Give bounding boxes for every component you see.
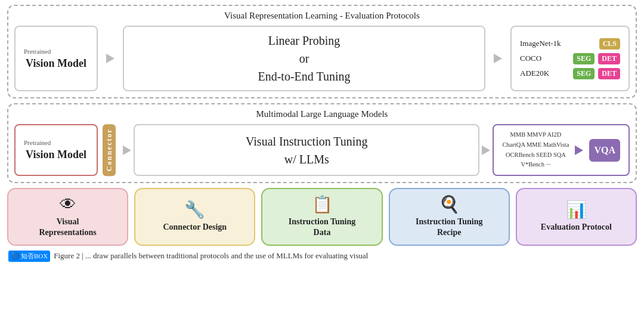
top-section: Visual Representation Learning - Evaluat… — [7, 5, 637, 98]
probing-line2: or — [299, 52, 309, 65]
vqa-bench-line4: V*Bench ··· — [502, 160, 569, 170]
data-icon: 📋 — [312, 196, 333, 213]
card-instruction-tuning-recipe[interactable]: 🍳 Instruction TuningRecipe — [389, 188, 510, 245]
zhihu-text: 知否BOX — [21, 252, 48, 261]
vqa-bench-line1: MMB MMVP AI2D — [502, 130, 569, 140]
middle-vision-model-text: Vision Model — [24, 149, 88, 161]
middle-arrow1 — [120, 124, 134, 176]
footer: 🔵 知否BOX Figure 2 | ... draw parallels be… — [7, 251, 637, 262]
bottom-cards: 👁 VisualRepresentations 🔧 Connector Desi… — [7, 188, 637, 245]
top-row: Pretrained Vision Model Linear Probing o… — [14, 26, 630, 91]
footer-logo-area: 🔵 知否BOX — [8, 251, 50, 262]
top-arrow2 — [491, 26, 504, 91]
card-instruction-tuning-data[interactable]: 📋 Instruction TuningData — [261, 188, 382, 245]
eye-icon: 👁 — [60, 196, 76, 213]
probing-line3: End-to-End Tuning — [258, 70, 350, 83]
footer-prefix: Figure 2 | ... — [54, 251, 93, 260]
card-eval-label: Evaluation Protocol — [541, 222, 612, 233]
card-data-label: Instruction TuningData — [289, 217, 355, 238]
middle-section-title: Multimodal Large Language Models — [14, 109, 630, 119]
vqa-bench-line2: ChartQA MME MathVista — [502, 140, 569, 150]
vqa-box: MMB MMVP AI2D ChartQA MME MathVista OCRB… — [493, 124, 630, 176]
middle-arrow2 — [479, 124, 493, 176]
middle-row: Pretrained Vision Model Connector Visual… — [14, 124, 630, 176]
footer-text: Figure 2 | ... draw parallels between tr… — [54, 251, 368, 261]
top-vision-model-text: Vision Model — [24, 57, 88, 70]
connector-box: Connector — [103, 124, 116, 176]
probing-text: Linear Probing or End-to-End Tuning — [258, 32, 350, 85]
instruction-text: Visual Instruction Tuning w/ LLMs — [246, 132, 367, 168]
instruction-line1: Visual Instruction Tuning — [246, 135, 367, 148]
vqa-arrow — [575, 146, 583, 155]
eval-row-0: ImageNet-1k CLS — [520, 38, 620, 50]
instruction-line2: w/ LLMs — [284, 153, 329, 166]
top-arrow1 — [104, 26, 117, 91]
probing-box: Linear Probing or End-to-End Tuning — [123, 26, 485, 91]
eval-dataset-1: COCO — [520, 54, 569, 63]
instruction-box: Visual Instruction Tuning w/ LLMs — [134, 124, 479, 176]
eval-row-2: ADE20K SEG DET — [520, 68, 620, 79]
badge-seg-ade: SEG — [573, 68, 595, 79]
card-connector-design[interactable]: 🔧 Connector Design — [134, 188, 255, 245]
probing-line1: Linear Probing — [268, 34, 340, 47]
badge-cls: CLS — [599, 38, 620, 50]
badge-seg-coco: SEG — [573, 53, 595, 64]
eval-dataset-0: ImageNet-1k — [520, 39, 596, 48]
eval-row-1: COCO SEG DET — [520, 53, 620, 64]
card-visual-representations[interactable]: 👁 VisualRepresentations — [7, 188, 128, 245]
badge-det-coco: DET — [598, 53, 620, 64]
card-connector-label: Connector Design — [163, 222, 227, 233]
eval-icon: 📊 — [566, 202, 587, 218]
middle-section: Multimodal Large Language Models Pretrai… — [7, 103, 637, 183]
zhihu-icon: 🔵 — [11, 252, 20, 261]
footer-main-text: draw parallels between traditional proto… — [93, 251, 368, 260]
card-evaluation-protocol[interactable]: 📊 Evaluation Protocol — [516, 188, 637, 245]
eval-box: ImageNet-1k CLS COCO SEG DET ADE20K SEG … — [510, 26, 630, 91]
badge-det-ade: DET — [598, 68, 620, 79]
main-container: Visual Representation Learning - Evaluat… — [0, 0, 644, 267]
card-visual-label: VisualRepresentations — [39, 217, 97, 238]
middle-vision-box: Pretrained Vision Model — [14, 124, 98, 176]
recipe-icon: 🍳 — [439, 196, 460, 213]
vqa-benchmarks: MMB MMVP AI2D ChartQA MME MathVista OCRB… — [502, 130, 569, 170]
middle-pretrained-label: Pretrained — [24, 139, 88, 146]
top-pretrained-label: Pretrained — [24, 48, 88, 55]
card-recipe-label: Instruction TuningRecipe — [416, 217, 482, 238]
eval-dataset-2: ADE20K — [520, 69, 569, 78]
zhihu-logo: 🔵 知否BOX — [8, 251, 50, 262]
connector-icon: 🔧 — [184, 202, 205, 218]
top-vision-box: Pretrained Vision Model — [14, 26, 98, 91]
vqa-bench-line3: OCRBench SEED SQA — [502, 150, 569, 160]
top-section-title: Visual Representation Learning - Evaluat… — [14, 11, 630, 21]
vqa-badge: VQA — [589, 139, 620, 162]
